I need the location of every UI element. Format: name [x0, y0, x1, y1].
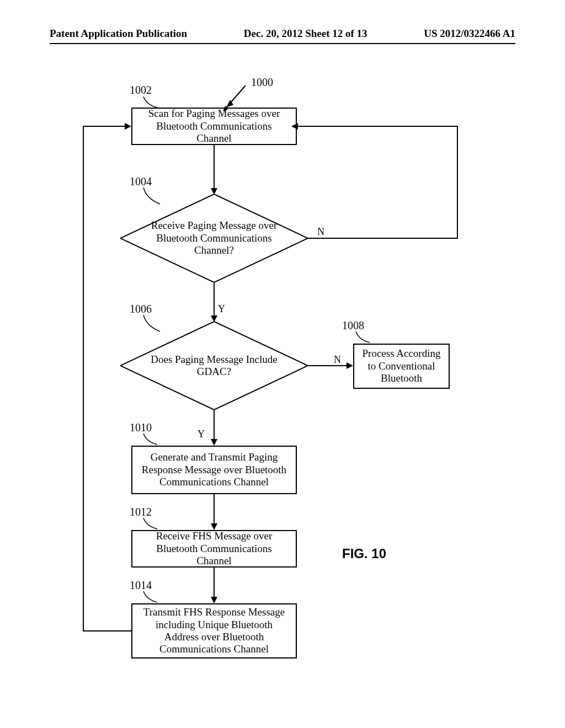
ref-1004: 1004 — [130, 175, 152, 188]
box-1010-text: Generate and Transmit Paging Response Me… — [139, 451, 289, 488]
arrow-1004-n-v — [457, 126, 458, 239]
arrow-1014-loop-head — [125, 123, 131, 130]
box-1010: Generate and Transmit Paging Response Me… — [131, 446, 297, 494]
arrow-1004-n-h1 — [308, 238, 458, 239]
ref-1014: 1014 — [130, 579, 152, 592]
header-right: US 2012/0322466 A1 — [424, 28, 515, 40]
arrow-1012-1014-head — [211, 597, 217, 603]
header-rule — [50, 43, 515, 44]
label-1006-y: Y — [198, 429, 205, 440]
ref-1006-leader — [141, 312, 163, 336]
arrow-1010-1012-head — [211, 523, 217, 530]
figure-label: FIG. 10 — [342, 546, 386, 561]
ref-1002: 1002 — [130, 84, 152, 97]
box-1014-text: Transmit FHS Response Message including … — [139, 606, 289, 656]
box-1002-text: Scan for Paging Messages over Bluetooth … — [139, 108, 289, 144]
ref-1002-leader — [141, 94, 163, 113]
ref-1006: 1006 — [130, 303, 152, 315]
label-1004-y: Y — [218, 303, 225, 315]
box-1012-text: Receive FHS Message over Bluetooth Commu… — [139, 530, 289, 567]
arrow-1014-loop-v — [83, 126, 84, 631]
arrow-1004-n-h2 — [297, 126, 458, 127]
arrow-1006-y-head — [211, 439, 217, 446]
box-1008-text: Process According to Conventional Blueto… — [361, 347, 442, 384]
ref-1008: 1008 — [342, 319, 364, 332]
arrow-1012-1014 — [214, 568, 215, 598]
header-center: Dec. 20, 2012 Sheet 12 of 13 — [244, 28, 367, 40]
label-1006-n: N — [334, 354, 341, 366]
arrow-1002-1004 — [214, 145, 215, 189]
arrow-1006-n-head — [347, 362, 353, 369]
box-1002: Scan for Paging Messages over Bluetooth … — [131, 108, 297, 145]
arrow-1006-n — [308, 365, 348, 366]
arrow-1004-y — [214, 282, 215, 317]
flowchart: 1000 Scan for Paging Messages over Bluet… — [0, 66, 565, 717]
arrow-1014-loop-h1 — [83, 630, 131, 631]
arrow-1004-n-head — [291, 123, 298, 130]
ref-1010: 1010 — [130, 421, 152, 434]
label-1004-n: N — [317, 226, 324, 238]
arrow-1010-1012 — [214, 494, 215, 524]
arrow-1006-y — [214, 410, 215, 440]
box-1008: Process According to Conventional Blueto… — [353, 344, 450, 389]
ref-1000: 1000 — [251, 76, 273, 89]
box-1012: Receive FHS Message over Bluetooth Commu… — [131, 530, 297, 568]
page-header: Patent Application Publication Dec. 20, … — [0, 28, 565, 40]
ref-1004-leader — [141, 185, 163, 209]
box-1014: Transmit FHS Response Message including … — [131, 603, 297, 659]
arrow-1014-loop-h2 — [83, 126, 126, 127]
header-left: Patent Application Publication — [50, 28, 187, 40]
ref-1012: 1012 — [130, 506, 152, 518]
